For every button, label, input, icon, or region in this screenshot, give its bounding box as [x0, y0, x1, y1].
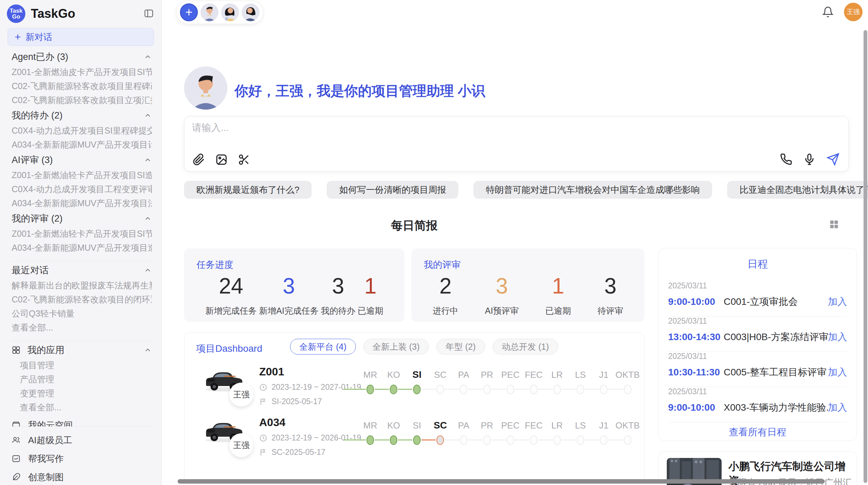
sidebar-item[interactable]: C02-飞腾新能源轻客改款项目立项汇报方案	[12, 96, 152, 104]
section-header[interactable]: Agent已办 (3)	[12, 51, 152, 62]
suggestion-chip[interactable]: 如何写一份清晰的项目周报	[327, 181, 458, 199]
join-link[interactable]: 加入	[828, 295, 847, 308]
section-my-todo: 我的待办 (2) C0X4-动力总成开发项目SI里程碑提交物检查 A034-全新…	[0, 110, 161, 149]
join-link[interactable]: 加入	[828, 331, 847, 344]
sidebar-item-ai-employee[interactable]: AI超级员工	[12, 435, 152, 445]
tab-new-body[interactable]: 全新上装 (3)	[363, 339, 429, 355]
daily-brief-title: 每日简报	[184, 218, 644, 234]
sidebar-item[interactable]: Z001-全新燃油轻卡产品开发项目SI节点属性5D文件评审	[12, 229, 152, 238]
schedule-title: 日程	[659, 257, 857, 271]
sidebar-item-creative-draw[interactable]: 创意制图	[12, 472, 152, 482]
milestone-dot	[460, 385, 467, 394]
project-dashboard-card: 项目Dashboard 全新平台 (4) 全新上装 (3) 年型 (2) 动总开…	[184, 332, 644, 485]
section-header[interactable]: 我的应用	[12, 345, 152, 356]
sidebar-item[interactable]: A034-全新新能源MUV产品开发项目造型可行性评审	[12, 243, 152, 252]
sidebar-item-help-write[interactable]: 帮我写作	[12, 453, 152, 464]
agent-avatar-3[interactable]	[242, 3, 260, 21]
tab-powertrain[interactable]: 动总开发 (1)	[493, 339, 558, 355]
schedule-date: 2025/03/11	[668, 352, 847, 361]
view-all-schedule-link[interactable]: 查看所有日程	[659, 426, 857, 439]
milestone-dot	[600, 435, 607, 445]
sidebar-item[interactable]: 公司Q3轻卡销量	[12, 309, 152, 318]
sidebar-item-view-all[interactable]: 查看全部...	[12, 323, 152, 332]
section-header[interactable]: 我的待办 (2)	[12, 110, 152, 121]
milestone-node: J1	[592, 420, 615, 446]
milestone-node: SI	[405, 420, 429, 446]
project-flag: SI-2025-05-17	[272, 397, 322, 406]
milestone-node: FEC	[522, 420, 545, 446]
join-link[interactable]: 加入	[828, 401, 847, 414]
add-agent-button[interactable]: +	[180, 3, 198, 21]
clock-icon	[259, 383, 267, 391]
card-title: 我的评审	[424, 259, 461, 271]
milestone-node: SC	[429, 369, 452, 395]
agent-switcher: +	[176, 1, 263, 24]
milestone-dot	[530, 435, 538, 445]
sidebar-item[interactable]: A034-全新新能源MUV产品开发项目法规符合性评审	[12, 199, 152, 208]
microphone-icon[interactable]	[803, 153, 816, 165]
app-item-project-mgmt[interactable]: 项目管理	[20, 361, 152, 370]
notification-bell-icon[interactable]	[822, 6, 834, 18]
chat-input[interactable]	[192, 121, 841, 145]
sidebar-item[interactable]: 解释最新出台的欧盟报废车法规再生塑料比例被调至15%...	[12, 281, 152, 290]
suggestion-chips: 欧洲新规最近颁布了什么? 如何写一份清晰的项目周报 特朗普可能对进口汽车增税会对…	[184, 181, 868, 199]
sidebar-item[interactable]: C0X4-动力总成开发项目SI里程碑提交物检查	[12, 126, 152, 135]
sidebar-item[interactable]: Z001-全新燃油皮卡产品开发项目SI节点Lesson Learn报告	[12, 67, 152, 76]
horizontal-scrollbar[interactable]	[178, 479, 825, 484]
project-row-z001[interactable]: 王强 Z001 2023-12-19 ~ 2027-01-19 SI-2025-…	[184, 363, 644, 418]
agent-avatar-2[interactable]	[221, 3, 239, 21]
taskgo-app: Task Go TaskGo + 新对话 Agent已办 (3) Z001-全新…	[0, 0, 868, 485]
join-link[interactable]: 加入	[828, 366, 847, 379]
project-row-a034[interactable]: 王强 A034 2023-12-19 ~ 2026-01-19 SC-2025-…	[184, 413, 644, 468]
sidebar-collapse-icon[interactable]	[144, 8, 154, 18]
attachment-icon[interactable]	[193, 153, 205, 166]
logo-text-bottom: Go	[12, 14, 20, 20]
app-item-change-mgmt[interactable]: 变更管理	[20, 389, 152, 398]
milestone-node: KO	[382, 420, 405, 446]
layout-grid-icon[interactable]	[829, 219, 839, 229]
agent-avatar-1[interactable]	[201, 3, 218, 21]
user-avatar[interactable]: 王强	[844, 3, 863, 21]
suggestion-chip[interactable]: 比亚迪全固态电池计划具体说了什么	[727, 181, 868, 199]
stat-overdue: 1已逾期	[358, 275, 383, 316]
milestone-node: LS	[569, 369, 592, 395]
logo-text-top: Task	[10, 8, 23, 14]
section-header[interactable]: AI评审 (3)	[12, 154, 152, 165]
tab-new-platform[interactable]: 全新平台 (4)	[290, 339, 356, 355]
send-icon[interactable]	[827, 153, 840, 166]
milestone-node-current: SI	[405, 369, 429, 395]
task-progress-card: 任务进度 24新增完成任务 3新增AI完成任务 3我的待办 1已逾期	[184, 248, 405, 322]
schedule-name: C003|H0B-方案冻结评审	[724, 331, 828, 344]
section-header[interactable]: 最近对话	[12, 265, 152, 276]
sidebar-item[interactable]: C02-飞腾新能源轻客改款项目的闭环通告反馈情况	[12, 295, 152, 304]
sidebar-item[interactable]: C02-飞腾新能源轻客改款项目里程碑画布	[12, 82, 152, 90]
milestone-node: PA	[452, 369, 475, 395]
milestone-dot	[553, 385, 561, 394]
milestone-node: KO	[382, 369, 405, 395]
project-owner-badge: 王强	[229, 383, 253, 407]
app-item-product-mgmt[interactable]: 产品管理	[20, 375, 152, 384]
milestone-dot	[624, 435, 631, 445]
stat-my-todo: 3我的待办	[321, 275, 355, 316]
scissors-icon[interactable]	[238, 153, 250, 166]
milestone-dot	[366, 435, 374, 445]
section-header[interactable]: 我的评审 (2)	[12, 213, 152, 224]
vertical-scrollbar[interactable]	[864, 30, 867, 483]
new-chat-button[interactable]: + 新对话	[8, 28, 154, 46]
milestone-dot	[530, 385, 538, 394]
milestone-timeline: MR KO SI SC PA PR PEC FEC LR LS J1 OKTB	[359, 369, 640, 395]
app-item-view-all[interactable]: 查看全部...	[20, 403, 152, 412]
section-my-review: 我的评审 (2) Z001-全新燃油轻卡产品开发项目SI节点属性5D文件评审 A…	[0, 213, 161, 252]
suggestion-chip[interactable]: 特朗普可能对进口汽车增税会对中国车企造成哪些影响	[473, 181, 712, 199]
sidebar-item[interactable]: A034-全新新能源MUV产品开发项目计划变更表编写	[12, 140, 152, 149]
phone-icon[interactable]	[780, 153, 792, 165]
sidebar-item[interactable]: C0X4-动力总成开发项目工程变更评审	[12, 185, 152, 194]
stat-new-done: 24新增完成任务	[205, 275, 257, 316]
project-flag: SC-2025-05-17	[272, 448, 325, 457]
tab-year-model[interactable]: 年型 (2)	[436, 339, 485, 355]
dashboard-title: 项目Dashboard	[196, 342, 262, 355]
image-icon[interactable]	[215, 153, 228, 166]
sidebar-item[interactable]: Z001-全新燃油轻卡产品开发项目SI造型提交物评审	[12, 171, 152, 179]
stat-new-ai-done: 3新增AI完成任务	[259, 275, 319, 316]
suggestion-chip[interactable]: 欧洲新规最近颁布了什么?	[184, 181, 312, 199]
